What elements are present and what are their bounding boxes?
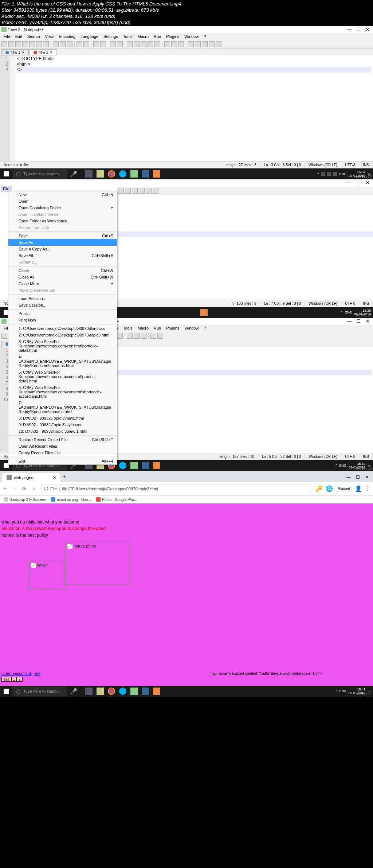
- func-list-icon[interactable]: [171, 41, 177, 47]
- mic-icon[interactable]: 🎤: [70, 171, 77, 178]
- tab-new1[interactable]: new 1✕: [1, 49, 29, 55]
- close-all-icon[interactable]: [36, 41, 42, 47]
- close-button[interactable]: ✕: [366, 319, 369, 324]
- recent-4[interactable]: 4: \\Admin\f\0_EMPLOYEE_WROK_STATUS\Dast…: [8, 354, 117, 369]
- maximize-button[interactable]: ☐: [357, 319, 361, 324]
- tb-icon[interactable]: [153, 188, 158, 194]
- menu-save-as[interactable]: Save As...: [8, 239, 117, 246]
- bookmark-item[interactable]: Bootstrap 3 Fullscreen: [4, 497, 46, 502]
- recent-6[interactable]: 6: C:\My Web Sites\For Kuncham\thewebmax…: [8, 384, 117, 400]
- task-view-icon[interactable]: [84, 169, 94, 179]
- tray-arrow-icon[interactable]: ^: [317, 172, 319, 176]
- tab-close-icon[interactable]: ✕: [22, 51, 25, 54]
- forward-button[interactable]: →: [12, 486, 18, 492]
- app-icon[interactable]: [199, 307, 209, 318]
- home-button[interactable]: ⌂: [31, 486, 37, 492]
- redo-icon[interactable]: [83, 41, 89, 47]
- menu-encoding[interactable]: Encoding: [56, 34, 78, 39]
- menu-open-folder[interactable]: Open Containing Folder▸: [8, 205, 117, 211]
- tab-close-icon[interactable]: ✕: [53, 475, 56, 480]
- close-icon[interactable]: [29, 41, 35, 47]
- wrap-icon[interactable]: [127, 333, 133, 339]
- menu-save-copy[interactable]: Save a Copy As...: [8, 246, 117, 252]
- bookmark-item[interactable]: Photo - Google Pho...: [96, 497, 137, 502]
- chars-icon[interactable]: [134, 333, 140, 339]
- maximize-button[interactable]: ☐: [356, 475, 360, 480]
- editor[interactable]: 123 <!DOCTYPE html> <html> <>: [0, 55, 373, 161]
- all-chars-icon[interactable]: [148, 41, 153, 47]
- recent-7[interactable]: 7: \\Admin\f\0_EMPLOYEE_WROK_STATUS\Dast…: [8, 400, 117, 415]
- app-icon[interactable]: [140, 169, 150, 179]
- tabcell[interactable]: 1: [11, 677, 17, 682]
- app-icon[interactable]: [140, 460, 150, 471]
- link[interactable]: lorem epsum link: [1, 671, 32, 676]
- record-icon[interactable]: [188, 41, 194, 47]
- new-icon[interactable]: [1, 41, 7, 47]
- new-tab-button[interactable]: +: [60, 471, 68, 482]
- tab-close-icon[interactable]: ✕: [50, 51, 52, 54]
- recent-10[interactable]: 10: D:\8\02 - 90932\Topic 3\new 1.html: [8, 428, 117, 435]
- skype-icon[interactable]: [118, 460, 128, 471]
- menu-print-now[interactable]: Print Now: [8, 317, 117, 323]
- notepadpp-taskbar-icon[interactable]: [129, 169, 139, 179]
- recent-9[interactable]: 9: D:\8\02 - 90932\Topic 3\style.css: [8, 421, 117, 428]
- menu-open-all-recent[interactable]: Open All Recent Files: [8, 443, 117, 449]
- menu-close-all[interactable]: Close AllCtrl+Shift+W: [8, 274, 117, 280]
- menu-save[interactable]: SaveCtrl+S: [8, 233, 117, 239]
- network-icon[interactable]: [327, 172, 331, 176]
- tabcell[interactable]: aaa: [1, 677, 11, 682]
- menu-new[interactable]: NewCtrl+N: [8, 191, 117, 198]
- close-button[interactable]: ✕: [365, 475, 369, 480]
- avatar-icon[interactable]: 👤: [355, 485, 362, 492]
- guide-icon[interactable]: [141, 333, 146, 339]
- menu-print[interactable]: Print...: [8, 310, 117, 317]
- minimize-button[interactable]: —: [346, 475, 351, 480]
- menu-edit[interactable]: Edit: [13, 34, 24, 39]
- open-icon[interactable]: [8, 41, 14, 47]
- wrap-icon[interactable]: [141, 41, 146, 47]
- menu-help[interactable]: ?: [201, 34, 208, 39]
- menu-run[interactable]: Run: [152, 34, 163, 39]
- link[interactable]: link: [34, 671, 40, 676]
- language-indicator[interactable]: ENG: [339, 464, 346, 467]
- menu-file[interactable]: File: [1, 34, 12, 39]
- menu-plugins[interactable]: Plugins: [164, 34, 181, 39]
- menu-open-workspace[interactable]: Open Folder as Workspace...: [8, 218, 117, 224]
- stop-icon[interactable]: [195, 41, 201, 47]
- zoom-out-icon[interactable]: [117, 333, 123, 339]
- menu-run[interactable]: Run: [152, 325, 163, 331]
- info-icon[interactable]: ⓘ: [44, 486, 48, 491]
- menu-close-more[interactable]: Close More▸: [8, 280, 117, 287]
- app2-icon[interactable]: [152, 686, 162, 696]
- menu-window[interactable]: Window: [182, 34, 201, 39]
- onedrive-icon[interactable]: [321, 172, 325, 176]
- play-icon[interactable]: [202, 41, 208, 47]
- translate-icon[interactable]: 🌐: [326, 485, 333, 492]
- find-icon[interactable]: [93, 41, 99, 47]
- language-indicator[interactable]: ENG: [339, 689, 346, 693]
- tab-new2[interactable]: new 2✕: [30, 49, 57, 55]
- recent-2[interactable]: 2: C:\Users\rentomojo\Desktop\c\90970\to…: [8, 332, 117, 338]
- replace-icon[interactable]: [100, 41, 106, 47]
- language-indicator[interactable]: ENG: [339, 172, 346, 176]
- chrome-icon[interactable]: [106, 169, 117, 179]
- save-macro-icon[interactable]: [216, 41, 221, 47]
- play-icon[interactable]: [157, 333, 163, 339]
- tb-icon[interactable]: [125, 188, 131, 194]
- chrome-icon[interactable]: [106, 686, 117, 696]
- menu-macro[interactable]: Macro: [135, 34, 151, 39]
- paste-icon[interactable]: [67, 41, 72, 47]
- indent-guide-icon[interactable]: [154, 41, 160, 47]
- save-all-icon[interactable]: [22, 41, 28, 47]
- menu-view[interactable]: View: [43, 34, 56, 39]
- reload-button[interactable]: ⟳: [21, 486, 28, 492]
- tb-icon[interactable]: [132, 188, 138, 194]
- menu-tools[interactable]: Tools: [121, 34, 135, 39]
- notepadpp-taskbar-icon[interactable]: [129, 460, 139, 471]
- app-icon[interactable]: [140, 686, 150, 696]
- folder-icon[interactable]: [178, 41, 184, 47]
- skype-icon[interactable]: [118, 686, 128, 696]
- menu-icon[interactable]: ⋮: [365, 485, 371, 492]
- app2-icon[interactable]: [152, 460, 162, 471]
- minimize-button[interactable]: —: [347, 180, 352, 185]
